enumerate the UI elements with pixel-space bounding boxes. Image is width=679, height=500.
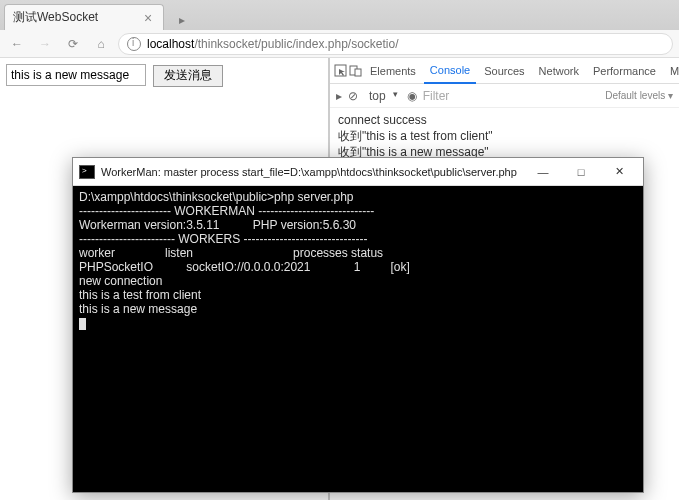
tab-elements[interactable]: Elements bbox=[364, 58, 422, 84]
close-button[interactable]: ✕ bbox=[601, 161, 637, 183]
window-buttons: — □ ✕ bbox=[525, 161, 637, 183]
terminal-line: new connection bbox=[79, 274, 162, 288]
cmd-icon bbox=[79, 165, 95, 179]
terminal-line: D:\xampp\htdocs\thinksocket\public>php s… bbox=[79, 190, 354, 204]
reload-button[interactable]: ⟳ bbox=[62, 33, 84, 55]
terminal-window[interactable]: WorkerMan: master process start_file=D:\… bbox=[72, 157, 644, 493]
tab-sources[interactable]: Sources bbox=[478, 58, 530, 84]
terminal-line: ----------------------- WORKERMAN ------… bbox=[79, 204, 374, 218]
terminal-line: this is a test from client bbox=[79, 288, 201, 302]
url-input[interactable]: localhost/thinksocket/public/index.php/s… bbox=[118, 33, 673, 55]
tab-performance[interactable]: Performance bbox=[587, 58, 662, 84]
terminal-titlebar[interactable]: WorkerMan: master process start_file=D:\… bbox=[73, 158, 643, 186]
eye-icon[interactable]: ◉ bbox=[407, 89, 417, 103]
close-icon[interactable]: × bbox=[141, 11, 155, 25]
back-button[interactable]: ← bbox=[6, 33, 28, 55]
terminal-line: PHPSocketIO socketIO://0.0.0.0:2021 1 [o… bbox=[79, 260, 410, 274]
tab-memory[interactable]: Memory bbox=[664, 58, 679, 84]
svg-rect-2 bbox=[355, 69, 361, 76]
inspect-icon[interactable] bbox=[334, 61, 347, 81]
terminal-line: worker listen processes status bbox=[79, 246, 383, 260]
sidebar-toggle-icon[interactable]: ▸ bbox=[336, 89, 342, 103]
terminal-line: ------------------------ WORKERS -------… bbox=[79, 232, 367, 246]
browser-tab-bar: 测试WebSocket × ▸ bbox=[0, 0, 679, 30]
filter-input[interactable]: Filter bbox=[423, 89, 600, 103]
console-line: connect success bbox=[338, 112, 671, 128]
forward-button[interactable]: → bbox=[34, 33, 56, 55]
terminal-cursor bbox=[79, 318, 86, 330]
devtools-toolbar: ▸ ⊘ top ◉ Filter Default levels ▾ bbox=[330, 84, 679, 108]
device-icon[interactable] bbox=[349, 61, 362, 81]
new-tab-button[interactable]: ▸ bbox=[170, 10, 194, 30]
info-icon[interactable] bbox=[127, 37, 141, 51]
terminal-title: WorkerMan: master process start_file=D:\… bbox=[101, 166, 525, 178]
tab-title: 测试WebSocket bbox=[13, 9, 137, 26]
context-select[interactable]: top bbox=[364, 88, 401, 104]
terminal-line: this is a new message bbox=[79, 302, 197, 316]
message-input[interactable] bbox=[6, 64, 146, 86]
address-bar: ← → ⟳ ⌂ localhost/thinksocket/public/ind… bbox=[0, 30, 679, 58]
tab-console[interactable]: Console bbox=[424, 58, 476, 84]
send-button[interactable]: 发送消息 bbox=[153, 65, 223, 87]
maximize-button[interactable]: □ bbox=[563, 161, 599, 183]
browser-tab[interactable]: 测试WebSocket × bbox=[4, 4, 164, 30]
minimize-button[interactable]: — bbox=[525, 161, 561, 183]
devtools-tab-row: Elements Console Sources Network Perform… bbox=[330, 58, 679, 84]
home-button[interactable]: ⌂ bbox=[90, 33, 112, 55]
tab-network[interactable]: Network bbox=[533, 58, 585, 84]
clear-console-icon[interactable]: ⊘ bbox=[348, 89, 358, 103]
url-path: /thinksocket/public/index.php/socketio/ bbox=[194, 37, 398, 51]
console-line: 收到"this is a test from client" bbox=[338, 128, 671, 144]
log-levels-select[interactable]: Default levels ▾ bbox=[605, 90, 673, 101]
terminal-line: Workerman version:3.5.11 PHP version:5.6… bbox=[79, 218, 356, 232]
url-host: localhost bbox=[147, 37, 194, 51]
terminal-body[interactable]: D:\xampp\htdocs\thinksocket\public>php s… bbox=[73, 186, 643, 492]
